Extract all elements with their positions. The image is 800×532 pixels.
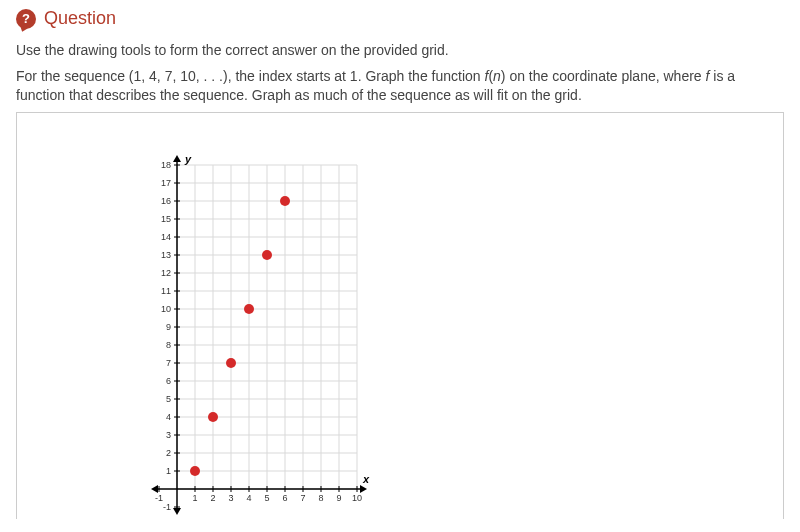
svg-text:12: 12 (161, 268, 171, 278)
svg-text:-1: -1 (155, 493, 163, 503)
svg-text:16: 16 (161, 196, 171, 206)
svg-text:8: 8 (318, 493, 323, 503)
plotted-point[interactable] (244, 304, 254, 314)
svg-text:5: 5 (166, 394, 171, 404)
svg-marker-35 (173, 508, 181, 515)
svg-text:4: 4 (166, 412, 171, 422)
svg-text:8: 8 (166, 340, 171, 350)
svg-text:1: 1 (192, 493, 197, 503)
instruction-line-2: For the sequence (1, 4, 7, 10, . . .), t… (16, 67, 784, 106)
question-header: ? Question (16, 8, 784, 29)
coordinate-grid[interactable]: -112345678910-11234567891011121314151617… (17, 119, 377, 519)
svg-text:3: 3 (228, 493, 233, 503)
svg-text:15: 15 (161, 214, 171, 224)
svg-text:y: y (184, 153, 192, 165)
svg-text:7: 7 (166, 358, 171, 368)
svg-text:6: 6 (166, 376, 171, 386)
plotted-point[interactable] (190, 466, 200, 476)
svg-marker-32 (360, 485, 367, 493)
question-mark-icon: ? (16, 9, 36, 29)
icon-glyph: ? (22, 11, 30, 26)
drawing-grid-container[interactable]: -112345678910-11234567891011121314151617… (16, 112, 784, 519)
svg-text:14: 14 (161, 232, 171, 242)
svg-text:17: 17 (161, 178, 171, 188)
plotted-point[interactable] (280, 196, 290, 206)
svg-text:18: 18 (161, 160, 171, 170)
svg-text:4: 4 (246, 493, 251, 503)
svg-marker-34 (173, 155, 181, 162)
svg-text:10: 10 (352, 493, 362, 503)
svg-text:11: 11 (161, 286, 171, 296)
instructions: Use the drawing tools to form the correc… (16, 41, 784, 106)
svg-text:13: 13 (161, 250, 171, 260)
svg-text:-1: -1 (163, 502, 171, 512)
var-n: n (493, 68, 501, 84)
plotted-point[interactable] (208, 412, 218, 422)
plotted-point[interactable] (262, 250, 272, 260)
svg-text:9: 9 (336, 493, 341, 503)
question-title: Question (44, 8, 116, 29)
svg-text:10: 10 (161, 304, 171, 314)
svg-text:x: x (362, 473, 370, 485)
svg-text:6: 6 (282, 493, 287, 503)
text-part: For the sequence (1, 4, 7, 10, . . .), t… (16, 68, 484, 84)
svg-text:3: 3 (166, 430, 171, 440)
plotted-point[interactable] (226, 358, 236, 368)
svg-text:1: 1 (166, 466, 171, 476)
svg-text:2: 2 (210, 493, 215, 503)
svg-marker-33 (151, 485, 158, 493)
svg-text:2: 2 (166, 448, 171, 458)
instruction-line-1: Use the drawing tools to form the correc… (16, 41, 784, 61)
svg-text:5: 5 (264, 493, 269, 503)
text-part: ) on the coordinate plane, where (501, 68, 706, 84)
svg-text:9: 9 (166, 322, 171, 332)
svg-text:7: 7 (300, 493, 305, 503)
